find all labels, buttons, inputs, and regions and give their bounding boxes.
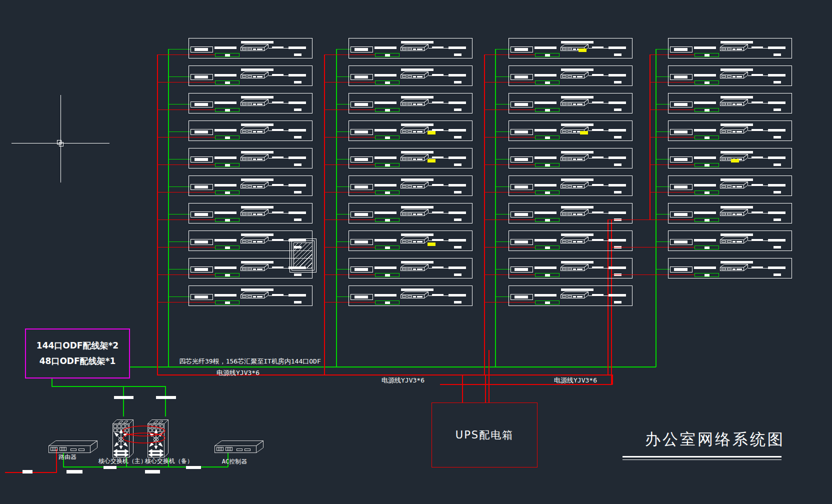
fiber-drop-wire [168,242,190,242]
rack-patch-label [514,213,528,216]
rack-switch-icon-wrap [560,71,588,81]
rack-switch-3d-icon [400,98,428,106]
rack-pdu-indicator [545,274,550,276]
rack-bottom-label-bar [614,136,622,138]
rack-label-bar [448,129,466,132]
device-label-bar [22,470,32,474]
rack-switch-icon-wrap [240,208,268,218]
rack-patch-label [354,296,368,298]
rack-pdu-indicator [225,109,230,112]
rack-label-bar [694,74,716,76]
rack-label-bar [592,294,604,296]
rack-label-bar [608,266,626,269]
yellow-highlight-tag [578,48,586,52]
fiber-wire [123,386,124,416]
rack-switch-icon-wrap [400,291,428,301]
rack-label-bar [374,266,396,269]
power-trunk-line [324,54,325,375]
rack-switch-icon-wrap [400,126,428,136]
rack-switch-icon-wrap [240,154,268,164]
rack-label-bar [374,212,396,214]
rack-label-bar [214,156,236,159]
crosshair-pickbox-2 [59,142,64,146]
rack-label-bar [448,102,466,104]
rack-switch-3d-icon [240,71,268,79]
rack-label-bar [214,74,236,76]
rack-bottom-label-bar [454,136,462,138]
rack-pdu-indicator [545,82,550,84]
rack-switch-icon-wrap [400,44,428,54]
rack-pdu-indicator [545,54,550,56]
rack-bottom-label-bar [774,274,781,276]
device-label-bar [66,470,82,474]
rack-bottom-label-bar [454,274,462,276]
rack-label-bar [448,184,466,186]
rack-label-bar [214,266,236,269]
rack-pdu-indicator [225,136,230,139]
yellow-highlight-tag [731,159,739,162]
rack-label-bar [592,46,604,48]
rack-switch-3d-icon [560,291,588,299]
device-label-bar [145,470,160,474]
rack-switch-icon-wrap [240,44,268,54]
rack-label-bar [448,74,466,76]
rack-label-bar [272,212,284,214]
ups-distribution-box: UPS配电箱 [432,402,538,468]
rack-label-bar [534,266,556,269]
rack-bottom-label-bar [294,136,302,138]
rack-pdu-indicator [225,82,230,84]
rack-label-bar [534,212,556,214]
rack-label-bar [694,266,716,269]
rack-label-bar [608,294,626,296]
rack-patch-label [674,158,688,161]
rack-label-bar [214,294,236,296]
fiber-wire [165,386,166,416]
rack-label-bar [432,102,444,104]
rack-label-bar [272,266,284,268]
core-switch-main-label: 核心交换机（主） [98,457,148,466]
rack-bottom-label-bar [454,191,462,194]
cad-drawing-canvas[interactable]: 144口ODF配线架*2 48口ODF配线架*1 四芯光纤39根，156芯汇聚至… [0,0,832,504]
rack-patch-label [674,103,688,106]
rack-switch-icon-wrap [560,264,588,274]
rack-patch-label [514,130,528,134]
rack-label-bar [374,239,396,242]
rack-bottom-label-bar [454,301,462,304]
rack-switch-icon-wrap [720,181,748,191]
rack-bottom-label-bar [614,81,622,84]
rack-patch-label [354,103,368,106]
rack-bottom-label-bar [614,108,622,111]
rack-switch-3d-icon [240,181,268,189]
rack-switch-3d-icon [400,236,428,244]
rack-switch-3d-icon [400,126,428,134]
rack-bottom-label-bar [774,191,781,194]
rack-pdu-indicator [385,82,390,84]
rack-switch-3d-icon [240,154,268,162]
rack-pdu-indicator [545,302,550,304]
rack-switch-3d-icon [720,44,748,52]
rack-patch-label [674,213,688,216]
rack-switch-icon-wrap [240,71,268,81]
rack-pdu-indicator [545,136,550,139]
rack-label-bar [534,74,556,76]
odf-panel-line2: 48口ODF配线架*1 [40,356,116,367]
rack-switch-3d-icon [400,291,428,299]
fiber-drop-wire [168,76,190,77]
rack-pdu-indicator [545,246,550,249]
rack-patch-label [194,76,208,78]
rack-patch-label [194,268,208,271]
rack-pdu-indicator [704,54,710,56]
rack-pdu-indicator [225,302,230,304]
rack-patch-label [354,130,368,134]
rack-patch-label [194,48,208,51]
fiber-drop-wire [168,132,190,132]
rack-switch-icon-wrap [720,98,748,108]
rack-pdu-indicator [225,54,230,56]
rack-label-bar [448,266,466,269]
rack-switch-icon-wrap [400,154,428,164]
rack-switch-3d-icon [400,71,428,79]
fiber-drop-wire [168,214,190,214]
rack-switch-icon-wrap [240,264,268,274]
rack-bottom-label-bar [614,301,622,304]
rack-label-bar [214,102,236,104]
